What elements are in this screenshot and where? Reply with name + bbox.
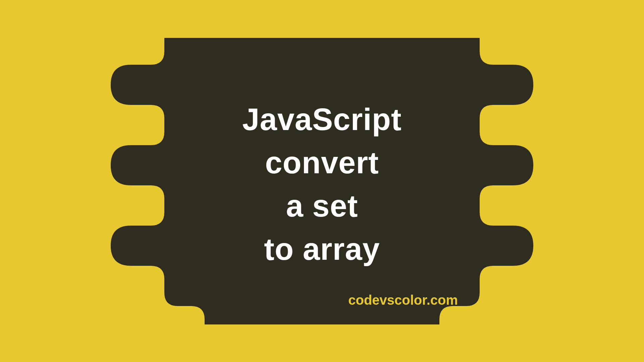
title-line-3: a set (67, 184, 577, 228)
main-title: JavaScript convert a set to array (67, 98, 577, 270)
content-container: JavaScript convert a set to array (67, 91, 577, 270)
title-line-4: to array (67, 228, 577, 271)
graphic-card: JavaScript convert a set to array codevs… (67, 38, 577, 324)
website-label: codevscolor.com (348, 293, 458, 308)
title-line-1: JavaScript (67, 98, 577, 141)
title-line-2: convert (67, 141, 577, 184)
